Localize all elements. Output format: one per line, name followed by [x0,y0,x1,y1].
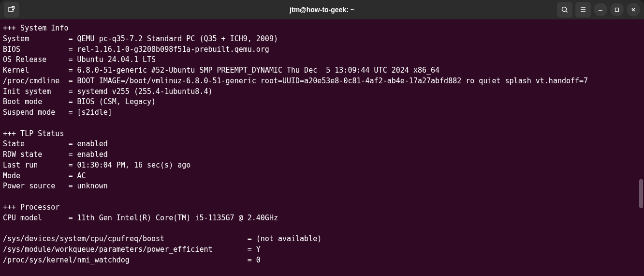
output-line: /proc/cmdline = BOOT_IMAGE=/boot/vmlinuz… [3,77,588,85]
output-line: Boot mode = BIOS (CSM, Legacy) [3,97,156,106]
output-line: Init system = systemd v255 (255.4-1ubunt… [3,87,212,96]
output-line: /sys/devices/system/cpu/cpufreq/boost = … [3,234,322,243]
output-line: System = QEMU pc-q35-7.2 Standard PC (Q3… [3,34,278,43]
maximize-button[interactable] [610,3,624,16]
terminal-output[interactable]: +++ System Info System = QEMU pc-q35-7.2… [0,19,644,276]
output-line: Power source = unknown [3,182,108,190]
svg-point-0 [562,7,567,12]
section-header: +++ System Info [3,24,68,32]
output-line: RDW state = enabled [3,150,108,159]
minimize-button[interactable] [594,3,607,16]
output-line: Mode = AC [3,171,86,180]
window-titlebar: jtm@how-to-geek: ~ [0,0,644,19]
close-button[interactable] [627,3,640,16]
output-line: BIOS = rel-1.16.1-0-g3208b098f51a-prebui… [3,45,269,54]
section-header: +++ Processor [3,203,59,212]
new-tab-button[interactable] [4,2,19,17]
output-line: CPU model = 11th Gen Intel(R) Core(TM) i… [3,214,278,222]
search-button[interactable] [557,2,572,17]
output-line: State = enabled [3,139,108,148]
svg-rect-1 [615,8,619,12]
scrollbar-thumb[interactable] [639,179,643,208]
section-header: +++ TLP Status [3,129,64,138]
output-line: /proc/sys/kernel/nmi_watchdog = 0 [3,256,261,264]
window-title: jtm@how-to-geek: ~ [290,6,354,14]
output-line: OS Release = Ubuntu 24.04.1 LTS [3,55,156,64]
output-line: Kernel = 6.8.0-51-generic #52-Ubuntu SMP… [3,66,439,75]
output-line: /sys/module/workqueue/parameters/power_e… [3,245,261,254]
output-line: Suspend mode = [s2idle] [3,108,112,117]
output-line: Last run = 01:30:04 PM, 16 sec(s) ago [3,161,190,169]
hamburger-menu-button[interactable] [575,2,591,17]
